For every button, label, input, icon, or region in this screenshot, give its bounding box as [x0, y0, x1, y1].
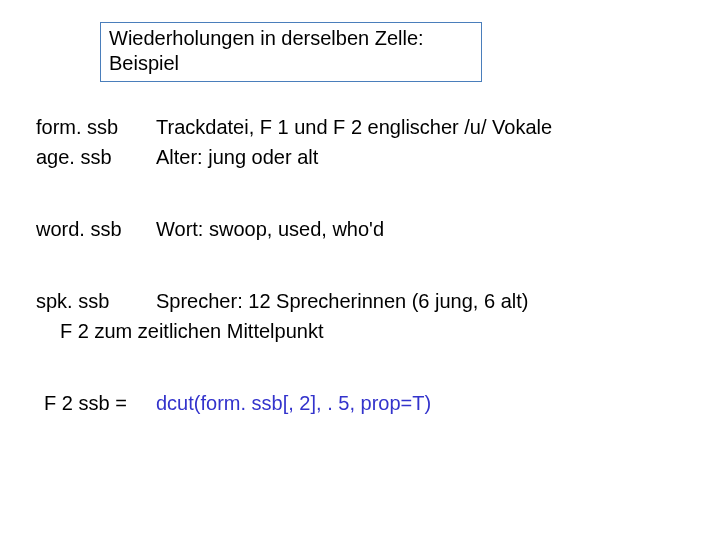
code-row: F 2 ssb = dcut(form. ssb[, 2], . 5, prop… — [44, 392, 700, 415]
description: Trackdatei, F 1 und F 2 englischer /u/ V… — [156, 116, 700, 139]
description: Sprecher: 12 Sprecherinnen (6 jung, 6 al… — [156, 290, 700, 313]
term: spk. ssb — [36, 290, 156, 313]
term: word. ssb — [36, 218, 156, 241]
slide: Wiederholungen in derselben Zelle: Beisp… — [0, 0, 720, 540]
slide-title: Wiederholungen in derselben Zelle: Beisp… — [100, 22, 482, 82]
code-rhs: dcut(form. ssb[, 2], . 5, prop=T) — [156, 392, 700, 415]
definition-row: form. ssb Trackdatei, F 1 und F 2 englis… — [36, 116, 700, 139]
note-text: F 2 zum zeitlichen Mittelpunkt — [60, 320, 700, 343]
code-lhs: F 2 ssb = — [44, 392, 156, 415]
definition-row: word. ssb Wort: swoop, used, who'd — [36, 218, 700, 241]
description: Wort: swoop, used, who'd — [156, 218, 700, 241]
term: form. ssb — [36, 116, 156, 139]
definition-row: age. ssb Alter: jung oder alt — [36, 146, 700, 169]
term: age. ssb — [36, 146, 156, 169]
definition-row: spk. ssb Sprecher: 12 Sprecherinnen (6 j… — [36, 290, 700, 313]
description: Alter: jung oder alt — [156, 146, 700, 169]
